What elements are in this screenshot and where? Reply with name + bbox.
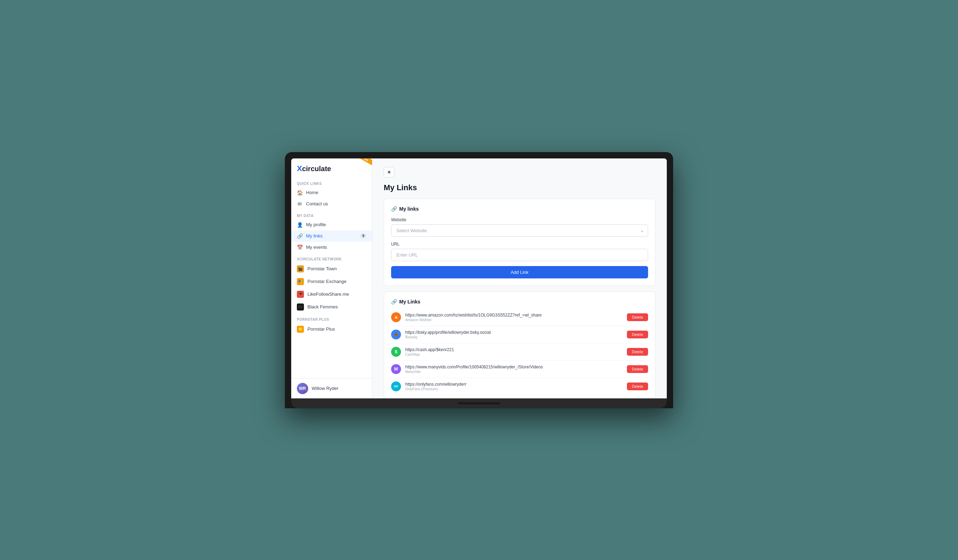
sidebar-item-black-femmes[interactable]: BF Black Femmes xyxy=(291,301,372,313)
sidebar-label-events: My events xyxy=(306,245,327,250)
sidebar-item-events[interactable]: 📅 My events xyxy=(291,242,372,253)
onlyfans-name: OnlyFans (Premium) xyxy=(405,387,623,391)
sun-icon: ☀ xyxy=(387,169,392,175)
link-row-bluesky: 🦋 https://bsky.app/profile/willowryder.b… xyxy=(391,326,648,343)
theme-toggle-button[interactable]: ☀ xyxy=(384,167,394,177)
url-label: URL xyxy=(391,242,648,247)
sidebar-item-profile[interactable]: 👤 My profile xyxy=(291,219,372,231)
link-row-amazon: a https://www.amazon.com/hz/wishlist/ls/… xyxy=(391,309,648,326)
main-content: ☀ My Links 🔗 My links Website Select Web… xyxy=(373,158,667,399)
likefollowshare-icon: ❤ xyxy=(297,291,304,298)
network-label: xCirculate network xyxy=(291,253,372,263)
delete-cashapp-button[interactable]: Delete xyxy=(627,348,648,356)
pornstar-town-icon: 🎬 xyxy=(297,265,304,272)
links-list-title-text: My Links xyxy=(399,299,420,305)
website-label: Website xyxy=(391,217,648,222)
manyvids-info: https://www.manyvids.com/Profile/1005408… xyxy=(405,364,623,374)
bluesky-name: Bluesky xyxy=(405,335,623,339)
amazon-info: https://www.amazon.com/hz/wishlist/ls/1O… xyxy=(405,313,623,322)
sidebar: Xcirculate Beta Quick links 🏠 Home ✉ Con… xyxy=(291,158,373,399)
onlyfans-url: https://onlyfans.com/willowryderr xyxy=(405,382,623,387)
link-row-pornhub: PH https://www.pornhub.com/pornstar/will… xyxy=(391,395,648,399)
links-icon: 🔗 xyxy=(297,233,303,239)
profile-icon: 👤 xyxy=(297,222,303,228)
amazon-url: https://www.amazon.com/hz/wishlist/ls/1O… xyxy=(405,313,623,318)
plus-label: Pornstar Plus xyxy=(291,313,372,323)
add-link-title-text: My links xyxy=(399,206,419,212)
sidebar-item-pornstar-plus[interactable]: ⭐ Pornstar Plus xyxy=(291,323,372,335)
sidebar-item-links[interactable]: 🔗 My links 9 xyxy=(291,231,372,242)
sidebar-label-contact: Contact us xyxy=(306,201,328,206)
manyvids-url: https://www.manyvids.com/Profile/1005408… xyxy=(405,364,623,369)
avatar: WR xyxy=(297,383,308,394)
sidebar-item-home[interactable]: 🏠 Home xyxy=(291,187,372,198)
beta-badge: Beta xyxy=(355,158,372,166)
website-select[interactable]: Select Website xyxy=(391,225,648,237)
sidebar-label-links: My links xyxy=(306,233,323,239)
mail-icon: ✉ xyxy=(297,201,303,207)
sidebar-label-profile: My profile xyxy=(306,222,326,227)
sidebar-label-pornstar-plus: Pornstar Plus xyxy=(308,326,335,332)
onlyfans-info: https://onlyfans.com/willowryderr OnlyFa… xyxy=(405,382,623,391)
delete-manyvids-button[interactable]: Delete xyxy=(627,365,648,373)
bluesky-info: https://bsky.app/profile/willowryder.bsk… xyxy=(405,330,623,339)
logo-area: Xcirculate Beta xyxy=(291,158,372,177)
link-row-onlyfans: OF https://onlyfans.com/willowryderr Onl… xyxy=(391,378,648,395)
amazon-name: Amazon Wishlist xyxy=(405,318,623,322)
url-input[interactable] xyxy=(391,249,648,261)
add-link-card-title: 🔗 My links xyxy=(391,206,648,212)
onlyfans-icon: OF xyxy=(391,381,401,391)
black-femmes-icon: BF xyxy=(297,304,304,310)
sidebar-label-pornstar-exchange: Pornstar Exchange xyxy=(308,279,347,284)
top-bar: ☀ xyxy=(384,167,655,177)
links-list-card: 🔗 My Links a https://www.amazon.com/hz/w… xyxy=(384,291,655,399)
logo: Xcirculate xyxy=(297,164,331,173)
pornstar-plus-icon: ⭐ xyxy=(297,326,304,333)
cashapp-icon: $ xyxy=(391,347,401,357)
manyvids-icon: M xyxy=(391,364,401,374)
user-name: Willow Ryder xyxy=(312,386,338,391)
amazon-icon: a xyxy=(391,312,401,322)
quick-links-label: Quick links xyxy=(291,177,372,187)
link-icon: 🔗 xyxy=(391,206,397,212)
avatar-image: WR xyxy=(297,383,308,394)
user-profile-area[interactable]: WR Willow Ryder xyxy=(291,378,372,399)
sidebar-item-contact[interactable]: ✉ Contact us xyxy=(291,198,372,210)
page-title: My Links xyxy=(384,183,655,192)
bluesky-url: https://bsky.app/profile/willowryder.bsk… xyxy=(405,330,623,335)
delete-onlyfans-button[interactable]: Delete xyxy=(627,383,648,390)
logo-rest: circulate xyxy=(302,165,331,172)
sidebar-item-pornstar-town[interactable]: 🎬 Pornstar Town xyxy=(291,263,372,275)
sidebar-label-black-femmes: Black Femmes xyxy=(308,304,338,310)
manyvids-name: ManyVids xyxy=(405,370,623,374)
delete-bluesky-button[interactable]: Delete xyxy=(627,331,648,339)
sidebar-item-likefollowshare[interactable]: ❤ LikeFollowShare.me xyxy=(291,288,372,301)
add-link-card: 🔗 My links Website Select Website URL Ad… xyxy=(384,199,655,286)
sidebar-item-pornstar-exchange[interactable]: 🎭 Pornstar Exchange xyxy=(291,275,372,288)
my-data-label: My data xyxy=(291,210,372,219)
cashapp-url: https://cash.app/$kenr221 xyxy=(405,347,623,352)
website-select-wrapper: Select Website xyxy=(391,225,648,237)
home-icon: 🏠 xyxy=(297,190,303,196)
sidebar-label-home: Home xyxy=(306,190,319,195)
logo-x: X xyxy=(297,164,302,173)
laptop-notch xyxy=(458,402,500,404)
delete-amazon-button[interactable]: Delete xyxy=(627,313,648,321)
events-icon: 📅 xyxy=(297,245,303,250)
links-badge: 9 xyxy=(360,234,366,238)
links-list-header: 🔗 My Links xyxy=(391,299,648,305)
sidebar-label-pornstar-town: Pornstar Town xyxy=(308,266,337,271)
link-row-manyvids: M https://www.manyvids.com/Profile/10054… xyxy=(391,361,648,378)
cashapp-name: CashApp xyxy=(405,353,623,356)
pornstar-exchange-icon: 🎭 xyxy=(297,278,304,285)
link-row-cashapp: $ https://cash.app/$kenr221 CashApp Dele… xyxy=(391,343,648,361)
sidebar-label-likefollowshare: LikeFollowShare.me xyxy=(308,291,349,297)
bluesky-icon: 🦋 xyxy=(391,329,401,340)
add-link-button[interactable]: Add Link xyxy=(391,266,648,278)
links-list-icon: 🔗 xyxy=(391,299,397,305)
cashapp-info: https://cash.app/$kenr221 CashApp xyxy=(405,347,623,356)
